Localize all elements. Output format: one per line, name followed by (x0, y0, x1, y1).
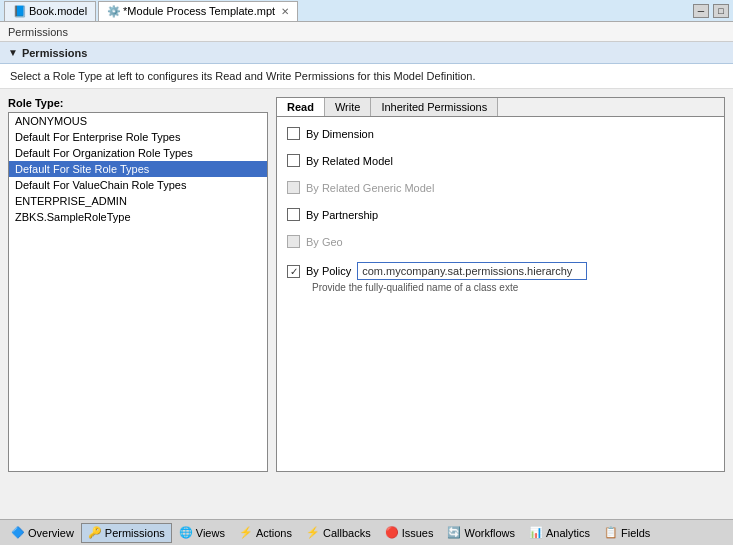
tab-module[interactable]: ⚙️ *Module Process Template.mpt ✕ (98, 1, 298, 21)
policy-input[interactable] (357, 262, 587, 280)
tab-inherited[interactable]: Inherited Permissions (371, 98, 498, 116)
nav-bar: 🔷 Overview 🔑 Permissions 🌐 Views ⚡ Actio… (0, 519, 733, 545)
role-type-label: Role Type: (8, 97, 268, 109)
tab-read[interactable]: Read (277, 98, 325, 116)
label-by-policy: By Policy (306, 265, 351, 277)
perm-row-dimension: By Dimension (287, 127, 714, 140)
label-by-geo: By Geo (306, 236, 343, 248)
permissions-panel: Read Write Inherited Permissions By Dime… (276, 97, 725, 472)
role-item-enterprise-admin[interactable]: ENTERPRISE_ADMIN (9, 193, 267, 209)
checkbox-by-dimension[interactable] (287, 127, 300, 140)
section-title: Permissions (22, 47, 87, 59)
nav-callbacks-label: Callbacks (323, 527, 371, 539)
maximize-button[interactable]: □ (713, 4, 729, 18)
nav-analytics-label: Analytics (546, 527, 590, 539)
role-item-valuechain[interactable]: Default For ValueChain Role Types (9, 177, 267, 193)
views-icon: 🌐 (179, 526, 193, 540)
nav-permissions-label: Permissions (105, 527, 165, 539)
actions-icon: ⚡ (239, 526, 253, 540)
window-controls: ─ □ (693, 4, 729, 18)
perm-row-geo: By Geo (287, 235, 714, 248)
role-item-organization[interactable]: Default For Organization Role Types (9, 145, 267, 161)
nav-permissions[interactable]: 🔑 Permissions (81, 523, 172, 543)
label-by-related-model: By Related Model (306, 155, 393, 167)
label-by-partnership: By Partnership (306, 209, 378, 221)
overview-icon: 🔷 (11, 526, 25, 540)
description-bar: Select a Role Type at left to configures… (0, 64, 733, 89)
module-icon: ⚙️ (107, 5, 119, 17)
fields-icon: 📋 (604, 526, 618, 540)
book-icon: 📘 (13, 5, 25, 17)
nav-views[interactable]: 🌐 Views (172, 523, 232, 543)
perm-row-related-model: By Related Model (287, 154, 714, 167)
nav-views-label: Views (196, 527, 225, 539)
minimize-button[interactable]: ─ (693, 4, 709, 18)
section-collapse-arrow[interactable]: ▼ (8, 47, 18, 58)
nav-overview[interactable]: 🔷 Overview (4, 523, 81, 543)
checkbox-by-policy[interactable] (287, 265, 300, 278)
breadcrumb-text: Permissions (8, 26, 68, 38)
close-icon[interactable]: ✕ (281, 6, 289, 17)
section-header: ▼ Permissions (0, 42, 733, 64)
nav-fields[interactable]: 📋 Fields (597, 523, 657, 543)
nav-overview-label: Overview (28, 527, 74, 539)
perm-row-partnership: By Partnership (287, 208, 714, 221)
checkbox-by-related-model[interactable] (287, 154, 300, 167)
tab-write[interactable]: Write (325, 98, 371, 116)
permissions-tabs-bar: Read Write Inherited Permissions (277, 98, 724, 117)
perm-row-policy: By Policy Provide the fully-qualified na… (287, 262, 714, 293)
nav-workflows-label: Workflows (464, 527, 515, 539)
label-by-related-generic-model: By Related Generic Model (306, 182, 434, 194)
checkbox-by-geo (287, 235, 300, 248)
breadcrumb: Permissions (0, 22, 733, 42)
nav-actions-label: Actions (256, 527, 292, 539)
role-type-panel: Role Type: ANONYMOUS Default For Enterpr… (8, 97, 268, 472)
role-item-anonymous[interactable]: ANONYMOUS (9, 113, 267, 129)
nav-actions[interactable]: ⚡ Actions (232, 523, 299, 543)
label-by-dimension: By Dimension (306, 128, 374, 140)
nav-analytics[interactable]: 📊 Analytics (522, 523, 597, 543)
nav-issues[interactable]: 🔴 Issues (378, 523, 441, 543)
checkbox-by-related-generic-model (287, 181, 300, 194)
policy-input-row: By Policy (287, 262, 714, 280)
role-item-zbks[interactable]: ZBKS.SampleRoleType (9, 209, 267, 225)
callbacks-icon: ⚡ (306, 526, 320, 540)
nav-issues-label: Issues (402, 527, 434, 539)
perm-row-related-generic-model: By Related Generic Model (287, 181, 714, 194)
role-item-site[interactable]: Default For Site Role Types (9, 161, 267, 177)
analytics-icon: 📊 (529, 526, 543, 540)
role-item-enterprise[interactable]: Default For Enterprise Role Types (9, 129, 267, 145)
description-text: Select a Role Type at left to configures… (10, 70, 475, 82)
role-list[interactable]: ANONYMOUS Default For Enterprise Role Ty… (8, 112, 268, 472)
tab-book-label: Book.model (29, 5, 87, 17)
checkbox-by-partnership[interactable] (287, 208, 300, 221)
tab-module-label: *Module Process Template.mpt (123, 5, 275, 17)
tab-book[interactable]: 📘 Book.model (4, 1, 96, 21)
title-bar: 📘 Book.model ⚙️ *Module Process Template… (0, 0, 733, 22)
content-area: Role Type: ANONYMOUS Default For Enterpr… (0, 89, 733, 480)
workflows-icon: 🔄 (447, 526, 461, 540)
nav-fields-label: Fields (621, 527, 650, 539)
issues-icon: 🔴 (385, 526, 399, 540)
nav-callbacks[interactable]: ⚡ Callbacks (299, 523, 378, 543)
nav-workflows[interactable]: 🔄 Workflows (440, 523, 522, 543)
policy-hint: Provide the fully-qualified name of a cl… (312, 282, 714, 293)
permissions-icon: 🔑 (88, 526, 102, 540)
perm-content: By Dimension By Related Model By Related… (277, 117, 724, 471)
